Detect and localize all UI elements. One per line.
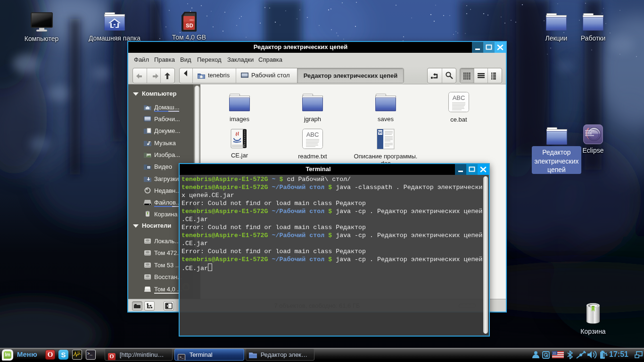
svg-text:ABC: ABC [453, 94, 465, 101]
svg-text:W: W [378, 130, 382, 135]
svg-text:ABC: ABC [306, 131, 319, 138]
svg-text:SD: SD [186, 23, 193, 28]
svg-text:MMC: MMC [190, 19, 194, 21]
